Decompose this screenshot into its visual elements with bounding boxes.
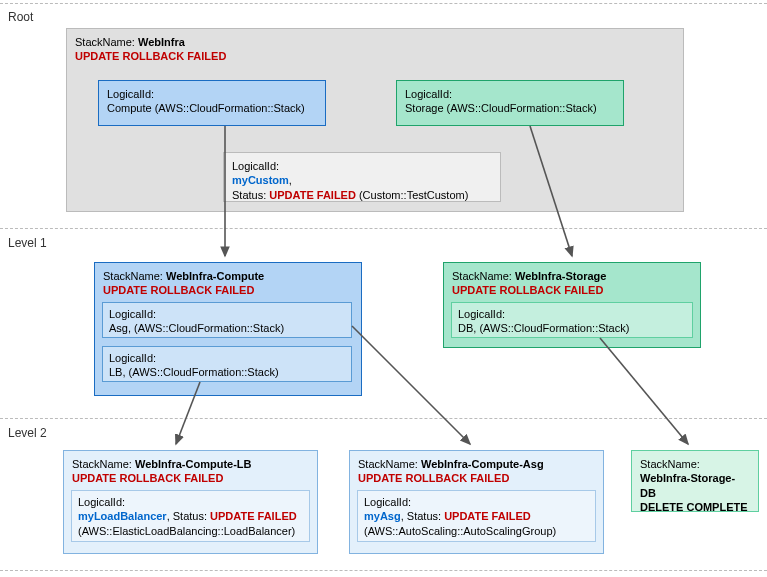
logicalid-value: DB,: [458, 322, 476, 334]
logicalid-label: LogicalId:: [78, 496, 125, 508]
logicalid-label: LogicalId:: [364, 496, 411, 508]
stackname-label: StackName:: [72, 458, 132, 470]
resource-type: (AWS::CloudFormation::Stack): [134, 322, 284, 334]
resource-type: (Custom::TestCustom): [359, 189, 468, 201]
resource-type: (AWS::CloudFormation::Stack): [447, 102, 597, 114]
status-label: Status:: [173, 510, 207, 522]
stack-status: UPDATE ROLLBACK FAILED: [75, 50, 226, 62]
stackname-label: StackName:: [452, 270, 512, 282]
status-label: Status:: [407, 510, 441, 522]
logicalid-value: myCustom: [232, 174, 289, 186]
divider-bottom: [0, 570, 767, 571]
logicalid-value: Compute: [107, 102, 152, 114]
divider-2: [0, 418, 767, 419]
status-value: UPDATE FAILED: [210, 510, 297, 522]
stack-status: UPDATE ROLLBACK FAILED: [452, 284, 603, 296]
resource-compute: LogicalId: Compute (AWS::CloudFormation:…: [98, 80, 326, 126]
stackname-label: StackName:: [75, 36, 135, 48]
logicalid-value: myAsg: [364, 510, 401, 522]
logicalid-label: LogicalId:: [232, 160, 279, 172]
logicalid-value: Asg,: [109, 322, 131, 334]
resource-asg: LogicalId: Asg, (AWS::CloudFormation::St…: [102, 302, 352, 338]
logicalid-label: LogicalId:: [405, 88, 452, 100]
logicalid-value: myLoadBalancer: [78, 510, 167, 522]
resource-db: LogicalId: DB, (AWS::CloudFormation::Sta…: [451, 302, 693, 338]
stackname-value: WebInfra-Compute-LB: [135, 458, 252, 470]
resource-type: (AWS::CloudFormation::Stack): [155, 102, 305, 114]
resource-myasg: LogicalId: myAsg, Status: UPDATE FAILED …: [357, 490, 596, 542]
status-value: UPDATE FAILED: [269, 189, 356, 201]
stack-status: UPDATE ROLLBACK FAILED: [358, 472, 509, 484]
resource-type: (AWS::CloudFormation::Stack): [479, 322, 629, 334]
stackname-value: WebInfra-Compute-Asg: [421, 458, 544, 470]
stack-status: DELETE COMPLETE: [640, 501, 748, 513]
logicalid-label: LogicalId:: [458, 308, 505, 320]
resource-mycustom: LogicalId: myCustom, Status: UPDATE FAIL…: [223, 152, 501, 202]
logicalid-label: LogicalId:: [109, 308, 156, 320]
resource-myloadbalancer: LogicalId: myLoadBalancer, Status: UPDAT…: [71, 490, 310, 542]
resource-lb: LogicalId: LB, (AWS::CloudFormation::Sta…: [102, 346, 352, 382]
stackname-value: WebInfra: [138, 36, 185, 48]
divider-top: [0, 3, 767, 4]
stackname-value: WebInfra-Storage-DB: [640, 472, 735, 498]
status-value: UPDATE FAILED: [444, 510, 531, 522]
divider-1: [0, 228, 767, 229]
status-label: Status:: [232, 189, 266, 201]
stack-status: UPDATE ROLLBACK FAILED: [72, 472, 223, 484]
logicalid-value: LB,: [109, 366, 129, 378]
resource-type: (AWS::CloudFormation::Stack): [129, 366, 279, 378]
level-label-root: Root: [8, 10, 33, 24]
level-label-2: Level 2: [8, 426, 47, 440]
arrow-db-to-l2: [600, 338, 688, 444]
stackname-label: StackName:: [103, 270, 163, 282]
resource-storage: LogicalId: Storage (AWS::CloudFormation:…: [396, 80, 624, 126]
resource-type: (AWS::AutoScaling::AutoScalingGroup): [364, 525, 556, 537]
stackname-value: WebInfra-Storage: [515, 270, 606, 282]
resource-type: (AWS::ElasticLoadBalancing::LoadBalancer…: [78, 525, 295, 537]
logicalid-label: LogicalId:: [107, 88, 154, 100]
stackname-label: StackName:: [358, 458, 418, 470]
logicalid-value: Storage: [405, 102, 444, 114]
level-label-1: Level 1: [8, 236, 47, 250]
stackname-value: WebInfra-Compute: [166, 270, 264, 282]
stack-status: UPDATE ROLLBACK FAILED: [103, 284, 254, 296]
stackname-label: StackName:: [640, 458, 700, 470]
sep: ,: [289, 174, 292, 186]
stack-storage-db: StackName: WebInfra-Storage-DB DELETE CO…: [631, 450, 759, 512]
logicalid-label: LogicalId:: [109, 352, 156, 364]
